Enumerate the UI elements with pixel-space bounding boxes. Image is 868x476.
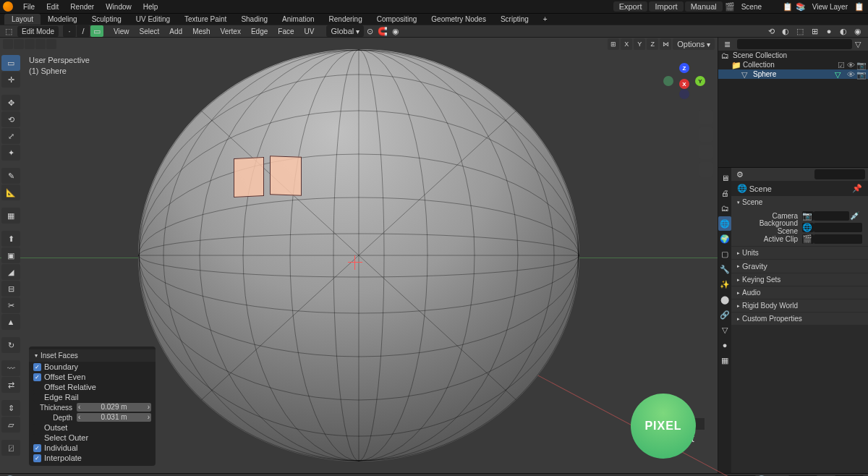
eyedropper-icon[interactable]: 💉	[849, 210, 861, 221]
timeline[interactable]: 🕐 PlaybackKeyingViewMarker ● ⏮ ⏪ ◀ ▶ ⏩ ⏭…	[0, 473, 868, 476]
header-menu-uv[interactable]: UV	[299, 26, 320, 37]
rigidbody-panel[interactable]: Rigid Body World	[731, 299, 868, 313]
3d-viewport[interactable]: ⊞ X Y Z ⋈ Options ▾ User Perspective (1)…	[0, 38, 718, 473]
add-workspace-button[interactable]: +	[536, 14, 555, 25]
smooth-tool[interactable]: 〰	[1, 360, 20, 376]
camera-view-icon[interactable]	[699, 145, 713, 159]
pan-icon[interactable]	[699, 127, 713, 142]
prop-tab-texture[interactable]: ▦	[718, 353, 731, 367]
inset-tool[interactable]: ▣	[1, 247, 20, 263]
viewlayer-name-field[interactable]: View Layer	[808, 1, 852, 12]
prop-tab-meshdata[interactable]: ▽	[718, 323, 731, 337]
options-dropdown[interactable]: Options ▾	[673, 38, 715, 50]
workspace-tab-scripting[interactable]: Scripting	[493, 14, 536, 25]
render-icon[interactable]: 📷	[856, 61, 865, 69]
polybuild-tool[interactable]: ▲	[1, 314, 20, 330]
measure-tool[interactable]: 📐	[1, 184, 20, 200]
menu-window[interactable]: Window	[100, 1, 137, 12]
tool-settings-icon[interactable]	[3, 39, 13, 49]
activeclip-field[interactable]	[814, 234, 862, 244]
edgeslide-tool[interactable]: ⇄	[1, 377, 20, 393]
offset-even-checkbox[interactable]	[33, 373, 41, 381]
scene-panel-header[interactable]: Scene	[731, 196, 868, 208]
rip-tool[interactable]: ⍁	[1, 440, 20, 456]
cursor-tool[interactable]: ✛	[1, 72, 20, 88]
shading-wireframe-icon[interactable]: ⊞	[809, 25, 820, 37]
header-menu-vertex[interactable]: Vertex	[216, 26, 246, 37]
gizmo-neg-y-axis[interactable]	[663, 76, 673, 86]
visibility-icon[interactable]: 👁	[847, 70, 856, 78]
camera-field[interactable]	[814, 211, 849, 221]
export-button[interactable]: Export	[613, 1, 648, 12]
prop-tab-particles[interactable]: ✨	[718, 277, 731, 292]
add-cube-tool[interactable]: ▦	[1, 208, 20, 224]
select-outer-checkbox[interactable]	[33, 434, 41, 442]
scene-new-icon[interactable]: 📋	[782, 1, 793, 12]
audio-panel[interactable]: Audio	[731, 286, 868, 299]
workspace-tab-layout[interactable]: Layout	[4, 14, 41, 25]
editor-type-icon[interactable]: ⬚	[3, 25, 14, 37]
prop-tab-physics[interactable]: ⬤	[718, 292, 731, 307]
menu-render[interactable]: Render	[64, 1, 100, 12]
tool-settings-icon-3[interactable]	[25, 39, 35, 49]
header-menu-edge[interactable]: Edge	[246, 26, 273, 37]
exclude-icon[interactable]: ☑	[838, 61, 846, 69]
tool-settings-icon-5[interactable]	[46, 39, 56, 49]
prop-tab-render[interactable]: 🖥	[718, 171, 731, 185]
prop-tab-viewlayer[interactable]: 🗂	[718, 201, 731, 216]
axis-y-toggle[interactable]: Y	[634, 38, 645, 50]
keyingsets-panel[interactable]: Keying Sets	[731, 273, 868, 286]
gizmo-z-axis[interactable]: Z	[679, 63, 689, 73]
operator-panel[interactable]: Inset Faces Boundary Offset Even Offset …	[29, 347, 156, 466]
tool-settings-icon-2[interactable]	[14, 39, 24, 49]
header-menu-select[interactable]: Select	[135, 26, 165, 37]
workspace-tab-uv-editing[interactable]: UV Editing	[129, 14, 177, 25]
zoom-icon[interactable]	[699, 110, 713, 124]
edge-rail-checkbox[interactable]	[33, 394, 41, 401]
shading-rendered-icon[interactable]: ◉	[852, 25, 864, 37]
thickness-field[interactable]: 0.029 m	[77, 403, 151, 412]
annotate-tool[interactable]: ✎	[1, 168, 20, 184]
spin-tool[interactable]: ↻	[1, 337, 20, 353]
shading-matprev-icon[interactable]: ◐	[838, 25, 849, 37]
menu-edit[interactable]: Edit	[41, 1, 64, 12]
move-tool[interactable]: ✥	[1, 95, 20, 111]
header-menu-add[interactable]: Add	[164, 26, 187, 37]
units-panel[interactable]: Units	[731, 247, 868, 260]
selected-face-2[interactable]	[270, 156, 302, 196]
depth-field[interactable]: 0.031 m	[77, 413, 151, 422]
outliner-item-sphere[interactable]: ▽ Sphere ▽ 👁 📷	[718, 69, 868, 79]
selected-face-1[interactable]	[234, 157, 264, 197]
outliner-filter-icon[interactable]: ▽	[852, 38, 864, 50]
shear-tool[interactable]: ▱	[1, 417, 20, 433]
workspace-tab-modeling[interactable]: Modeling	[41, 14, 85, 25]
mode-dropdown[interactable]: Edit Mode	[17, 26, 59, 37]
customprops-panel[interactable]: Custom Properties	[731, 313, 868, 326]
tool-settings-icon-4[interactable]	[35, 39, 46, 49]
scale-tool[interactable]: ⤢	[1, 128, 20, 144]
edge-select-mode[interactable]: /	[77, 25, 90, 37]
outliner-editor-icon[interactable]: ≣	[721, 38, 733, 50]
pivot-icon[interactable]: ⊙	[364, 25, 375, 37]
outliner-collection[interactable]: 📁 Collection ☑ 👁 📷	[718, 60, 868, 69]
outliner-scene-collection[interactable]: 🗂 Scene Collection	[718, 51, 868, 60]
workspace-tab-sculpting[interactable]: Sculpting	[85, 14, 129, 25]
gizmo-y-axis[interactable]: Y	[695, 76, 705, 86]
overlay-toggle-icon[interactable]: ◐	[780, 25, 791, 37]
workspace-tab-texture-paint[interactable]: Texture Paint	[177, 14, 234, 25]
gravity-panel[interactable]: Gravity	[731, 260, 868, 273]
prop-tab-constraints[interactable]: 🔗	[718, 307, 731, 322]
boundary-checkbox[interactable]	[33, 363, 41, 371]
face-select-mode[interactable]: ▭	[90, 25, 103, 37]
prop-tab-object[interactable]: ▢	[718, 247, 731, 261]
scene-name-field[interactable]: Scene	[737, 1, 780, 12]
rotate-tool[interactable]: ⟲	[1, 111, 20, 127]
loopcut-tool[interactable]: ⊟	[1, 281, 20, 297]
mesh-sphere[interactable]	[138, 49, 579, 462]
navigation-gizmo[interactable]: Z Y X	[663, 63, 707, 106]
prop-tab-output[interactable]: 🖨	[718, 186, 731, 200]
properties-editor[interactable]: 🖥 🖨 🗂 🌐 🌍 ▢ 🔧 ✨ ⬤ 🔗 ▽ ● ▦ ⚙	[718, 168, 868, 473]
perspective-toggle-icon[interactable]	[699, 162, 713, 177]
automerge-icon[interactable]: ⋈	[660, 38, 671, 50]
menu-file[interactable]: File	[17, 1, 41, 12]
